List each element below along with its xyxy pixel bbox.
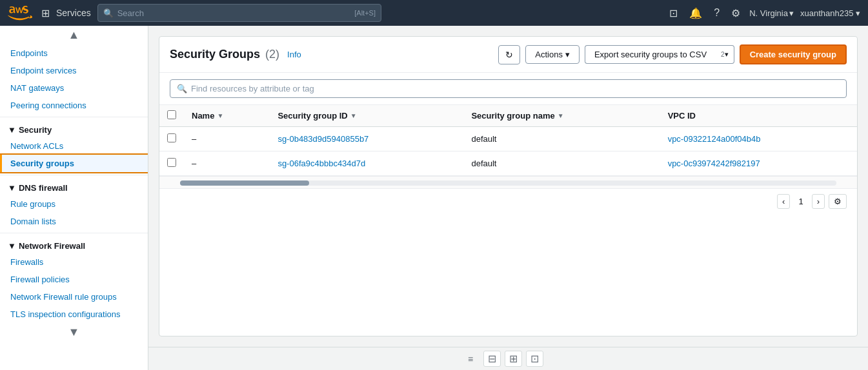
sidebar-divider-1 — [0, 117, 148, 117]
region-selector[interactable]: N. Virginia ▾ — [749, 8, 794, 18]
row-0-vpc-id-link[interactable]: vpc-09322124a00f04b4b — [668, 134, 761, 144]
name-sort-icon: ▼ — [217, 112, 223, 119]
sidebar-item-endpoint-services[interactable]: Endpoint services — [0, 62, 148, 79]
row-0-name: – — [184, 127, 270, 151]
split-view-icon-1[interactable]: ⊟ — [483, 351, 501, 367]
scroll-down-button[interactable]: ▼ — [0, 323, 148, 342]
row-0-sg-name: default — [463, 127, 660, 151]
search-input[interactable] — [191, 84, 840, 93]
row-0-checkbox[interactable] — [167, 133, 176, 142]
sidebar-item-tls-inspection[interactable]: TLS inspection configurations — [0, 306, 148, 323]
help-icon[interactable]: ? — [711, 5, 722, 21]
row-1-sg-id-link[interactable]: sg-06fa9c4bbbc434d7d — [278, 159, 365, 168]
search-icon: 🔍 — [177, 84, 187, 93]
col-sg-id[interactable]: Security group ID ▼ — [270, 105, 463, 127]
terminal-icon[interactable]: ⊡ — [667, 5, 680, 22]
user-menu[interactable]: xuanthanh235 ▾ — [800, 8, 860, 18]
export-button[interactable]: Export security groups to CSV — [585, 45, 716, 64]
sidebar-item-firewall-policies[interactable]: Firewall policies — [0, 271, 148, 288]
sidebar-item-rule-groups[interactable]: Rule groups — [0, 195, 148, 213]
bottom-bar: ≡ ⊟ ⊞ ⊡ — [148, 347, 868, 370]
search-icon: 🔍 — [103, 8, 114, 18]
global-search[interactable]: 🔍 [Alt+S] — [97, 4, 381, 22]
actions-button[interactable]: Actions ▾ — [525, 45, 580, 64]
col-vpc-id[interactable]: VPC ID — [660, 105, 857, 127]
split-view-icon-3[interactable]: ⊡ — [526, 351, 543, 367]
sidebar-item-nat-gateways[interactable]: NAT gateways — [0, 79, 148, 97]
page-number: 1 — [794, 195, 807, 208]
info-link[interactable]: Info — [287, 50, 301, 59]
search-input[interactable] — [117, 8, 351, 18]
row-1-vpc-id-link[interactable]: vpc-0c93974242f982197 — [668, 159, 760, 168]
row-0-sg-id-link[interactable]: sg-0b483d9d5940855b7 — [278, 134, 368, 144]
bell-icon[interactable]: 🔔 — [687, 5, 705, 22]
top-navigation: ⊞ Services 🔍 [Alt+S] ⊡ 🔔 ? ⚙ N. Virginia… — [0, 0, 868, 26]
row-0-vpc-id: vpc-09322124a00f04b4b — [660, 127, 857, 151]
col-sg-name[interactable]: Security group name ▼ — [463, 105, 660, 127]
refresh-button[interactable]: ↻ — [498, 45, 520, 64]
table-settings-button[interactable]: ⚙ — [829, 194, 847, 209]
export-caret-button[interactable]: 2 ▾ — [716, 45, 734, 64]
sidebar-item-security-groups[interactable]: Security groups — [0, 155, 148, 172]
sidebar-section-dns-firewall[interactable]: ▼ DNS firewall — [0, 178, 148, 195]
actions-label: Actions — [535, 50, 563, 59]
export-caret-icon: ▾ — [725, 50, 729, 59]
prev-page-button[interactable]: ‹ — [777, 194, 790, 209]
grid-icon: ⊞ — [41, 7, 50, 19]
view-icons: ⊟ ⊞ ⊡ — [478, 351, 549, 367]
sidebar-item-domain-lists[interactable]: Domain lists — [0, 213, 148, 230]
sidebar-item-nf-rule-groups[interactable]: Network Firewall rule groups — [0, 288, 148, 306]
panel-title: Security Groups — [170, 48, 260, 61]
aws-logo — [8, 5, 32, 21]
search-bar: 🔍 — [159, 73, 857, 105]
security-groups-panel: Security Groups (2) Info ↻ Actions ▾ Exp… — [159, 36, 858, 336]
panel-header: Security Groups (2) Info ↻ Actions ▾ Exp… — [159, 37, 857, 73]
row-1-checkbox[interactable] — [167, 158, 176, 167]
table-footer: ‹ 1 › ⚙ — [159, 188, 857, 214]
split-view-icon-2[interactable]: ⊞ — [505, 351, 522, 367]
col-name[interactable]: Name ▼ — [184, 105, 270, 127]
sidebar-item-endpoints[interactable]: Endpoints — [0, 44, 148, 62]
sidebar: ▲ Endpoints Endpoint services NAT gatewa… — [0, 26, 148, 370]
row-0-check[interactable] — [159, 127, 184, 151]
row-1-sg-id: sg-06fa9c4bbbc434d7d — [270, 151, 463, 176]
chevron-down-icon-dns: ▼ — [8, 183, 16, 193]
create-security-group-button[interactable]: Create security group — [740, 44, 847, 64]
table-row: – sg-06fa9c4bbbc434d7d default vpc-0c939… — [159, 151, 857, 176]
select-all-col — [159, 105, 184, 127]
row-1-sg-name: default — [463, 151, 660, 176]
services-label: Services — [56, 8, 91, 18]
export-button-wrapper: Export security groups to CSV 2 ▾ — [585, 45, 734, 64]
row-1-name: – — [184, 151, 270, 176]
table-header-row: Name ▼ Security group ID ▼ — [159, 105, 857, 127]
scrollbar-thumb[interactable] — [180, 180, 309, 186]
sgname-sort-icon: ▼ — [558, 112, 564, 119]
chevron-down-icon: ▼ — [8, 125, 16, 135]
sgid-sort-icon: ▼ — [350, 112, 357, 119]
next-page-button[interactable]: › — [812, 194, 825, 209]
scroll-up-button[interactable]: ▲ — [0, 26, 148, 44]
sidebar-section-security[interactable]: ▼ Security — [0, 120, 148, 137]
settings-icon[interactable]: ⚙ — [729, 5, 743, 22]
sidebar-item-firewalls[interactable]: Firewalls — [0, 253, 148, 271]
sidebar-divider-3 — [0, 233, 148, 233]
horizontal-scrollbar[interactable] — [180, 180, 836, 186]
select-all-checkbox[interactable] — [167, 110, 176, 119]
security-groups-table: Name ▼ Security group ID ▼ — [159, 105, 857, 176]
sidebar-divider-2 — [0, 175, 148, 175]
chevron-down-icon-nf: ▼ — [8, 241, 16, 251]
panel-count: (2) — [265, 48, 279, 61]
region-caret: ▾ — [789, 8, 794, 18]
search-shortcut: [Alt+S] — [354, 9, 376, 17]
resize-icon[interactable]: ≡ — [468, 354, 473, 364]
services-nav[interactable]: Services — [56, 8, 91, 18]
main-content: Security Groups (2) Info ↻ Actions ▾ Exp… — [148, 26, 868, 370]
table-row: – sg-0b483d9d5940855b7 default vpc-09322… — [159, 127, 857, 151]
sidebar-section-network-firewall[interactable]: ▼ Network Firewall — [0, 236, 148, 253]
search-wrapper[interactable]: 🔍 — [170, 79, 847, 98]
username: xuanthanh235 — [800, 8, 853, 18]
sidebar-item-network-acls[interactable]: Network ACLs — [0, 137, 148, 155]
user-caret: ▾ — [856, 8, 860, 18]
row-1-check[interactable] — [159, 151, 184, 176]
sidebar-item-peering-connections[interactable]: Peering connections — [0, 97, 148, 114]
